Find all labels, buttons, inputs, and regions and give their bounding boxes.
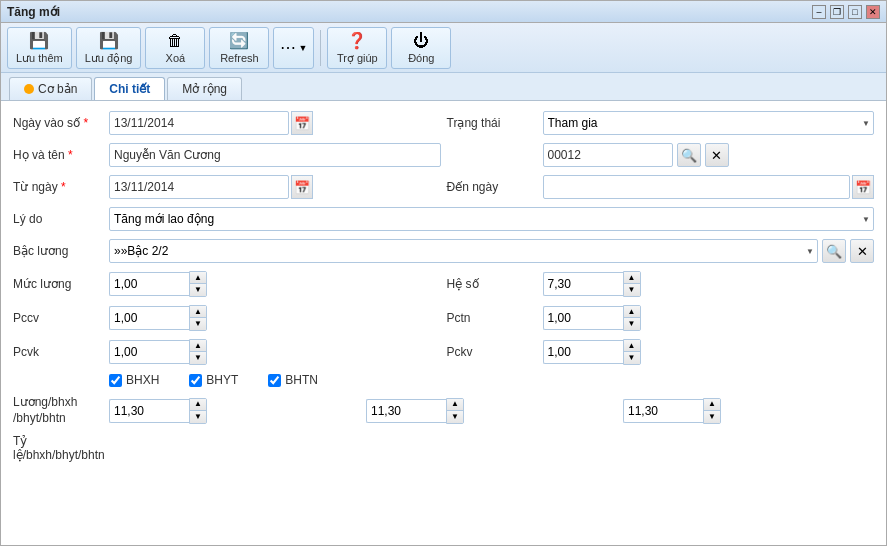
row-luong-bhxh: Lương/bhxh /bhyt/bhtn ▲ ▼ ▲ ▼ ▲ ▼ — [13, 395, 874, 426]
luong-bhxh-up-button[interactable]: ▲ — [190, 399, 206, 411]
pckv-spinner: ▲ ▼ — [543, 339, 875, 365]
luong-bhyt-down-button[interactable]: ▼ — [447, 411, 463, 423]
row-ngay-trang-thai: Ngày vào số * 📅 Trạng thái Tham gia — [13, 111, 874, 135]
muc-luong-label: Mức lương — [13, 277, 103, 291]
pccv-spinner: ▲ ▼ — [109, 305, 441, 331]
he-so-down-button[interactable]: ▼ — [624, 284, 640, 296]
pctn-arrows: ▲ ▼ — [623, 305, 641, 331]
muc-luong-down-button[interactable]: ▼ — [190, 284, 206, 296]
bhyt-checkbox-row: BHYT — [189, 373, 238, 387]
pckv-up-button[interactable]: ▲ — [624, 340, 640, 352]
row-bac-luong: Bậc lương »»Bậc 2/2 🔍 ✕ — [13, 239, 874, 263]
tu-ngay-label: Từ ngày * — [13, 180, 103, 194]
den-ngay-field: 📅 — [543, 175, 875, 199]
ly-do-select-wrapper: Tăng mới lao động — [109, 207, 874, 231]
pckv-input[interactable] — [543, 340, 623, 364]
more-dropdown-icon: ▼ — [298, 43, 307, 53]
pcvk-down-button[interactable]: ▼ — [190, 352, 206, 364]
muc-luong-spinner: ▲ ▼ — [109, 271, 441, 297]
den-ngay-input[interactable] — [543, 175, 851, 199]
ma-nv-row: 🔍 ✕ — [543, 143, 875, 167]
more-icon: ⋯ — [280, 38, 296, 57]
pctn-spinner: ▲ ▼ — [543, 305, 875, 331]
tab-co-ban[interactable]: Cơ bản — [9, 77, 92, 100]
search-nv-button[interactable]: 🔍 — [677, 143, 701, 167]
bhyt-checkbox[interactable] — [189, 374, 202, 387]
tu-ngay-input[interactable] — [109, 175, 289, 199]
he-so-up-button[interactable]: ▲ — [624, 272, 640, 284]
ho-va-ten-label: Họ và tên * — [13, 148, 103, 162]
pccv-input[interactable] — [109, 306, 189, 330]
tro-giup-button[interactable]: ❓ Trợ giúp — [327, 27, 387, 69]
luong-bhtn-up-button[interactable]: ▲ — [704, 399, 720, 411]
pctn-down-button[interactable]: ▼ — [624, 318, 640, 330]
clear-nv-button[interactable]: ✕ — [705, 143, 729, 167]
search-bac-button[interactable]: 🔍 — [822, 239, 846, 263]
luu-them-button[interactable]: 💾 Lưu thêm — [7, 27, 72, 69]
luu-dong-button[interactable]: 💾 Lưu động — [76, 27, 142, 69]
pcvk-input[interactable] — [109, 340, 189, 364]
ly-do-select[interactable]: Tăng mới lao động — [109, 207, 874, 231]
ngay-vao-so-input[interactable] — [109, 111, 289, 135]
help-icon: ❓ — [347, 31, 367, 50]
luong-bhtn-down-button[interactable]: ▼ — [704, 411, 720, 423]
tab-chi-tiet[interactable]: Chi tiết — [94, 77, 165, 100]
pctn-input[interactable] — [543, 306, 623, 330]
pctn-up-button[interactable]: ▲ — [624, 306, 640, 318]
luong-bhyt-input[interactable] — [366, 399, 446, 423]
ngay-vao-so-field: 📅 — [109, 111, 441, 135]
row-ho-ten: Họ và tên * 🔍 ✕ — [13, 143, 874, 167]
he-so-spinner: ▲ ▼ — [543, 271, 875, 297]
save-add-icon: 💾 — [29, 31, 49, 50]
bhyt-label: BHYT — [206, 373, 238, 387]
den-ngay-calendar-button[interactable]: 📅 — [852, 175, 874, 199]
den-ngay-label: Đến ngày — [447, 180, 537, 194]
toolbar: 💾 Lưu thêm 💾 Lưu động 🗑 Xoá 🔄 Refresh ⋯ … — [1, 23, 886, 73]
luong-bhxh-down-button[interactable]: ▼ — [190, 411, 206, 423]
minimize-button[interactable]: – — [812, 5, 826, 19]
more-button[interactable]: ⋯ ▼ — [273, 27, 314, 69]
ngay-vao-so-calendar-button[interactable]: 📅 — [291, 111, 313, 135]
pccv-arrows: ▲ ▼ — [189, 305, 207, 331]
bhxh-checkbox[interactable] — [109, 374, 122, 387]
pccv-down-button[interactable]: ▼ — [190, 318, 206, 330]
row-tu-den-ngay: Từ ngày * 📅 Đến ngày 📅 — [13, 175, 874, 199]
tab-mo-rong[interactable]: Mở rộng — [167, 77, 242, 100]
pccv-up-button[interactable]: ▲ — [190, 306, 206, 318]
bac-luong-select[interactable]: »»Bậc 2/2 — [109, 239, 818, 263]
luong-bhxh-input[interactable] — [109, 399, 189, 423]
maximize-button[interactable]: □ — [848, 5, 862, 19]
he-so-input[interactable] — [543, 272, 623, 296]
close-button[interactable]: ✕ — [866, 5, 880, 19]
bhxh-label: BHXH — [126, 373, 159, 387]
tu-ngay-calendar-button[interactable]: 📅 — [291, 175, 313, 199]
pckv-down-button[interactable]: ▼ — [624, 352, 640, 364]
restore-button[interactable]: ❐ — [830, 5, 844, 19]
pccv-label: Pccv — [13, 311, 103, 325]
ma-nv-input[interactable] — [543, 143, 673, 167]
dong-button[interactable]: ⏻ Đóng — [391, 27, 451, 69]
clear-bac-button[interactable]: ✕ — [850, 239, 874, 263]
bhtn-checkbox[interactable] — [268, 374, 281, 387]
muc-luong-input[interactable] — [109, 272, 189, 296]
pctn-label: Pctn — [447, 311, 537, 325]
luong-bhtn-input[interactable] — [623, 399, 703, 423]
muc-luong-up-button[interactable]: ▲ — [190, 272, 206, 284]
main-window: Tăng mới – ❐ □ ✕ 💾 Lưu thêm 💾 Lưu động 🗑… — [0, 0, 887, 546]
ho-va-ten-input[interactable] — [109, 143, 441, 167]
refresh-label: Refresh — [220, 52, 259, 64]
luong-bhyt-up-button[interactable]: ▲ — [447, 399, 463, 411]
power-icon: ⏻ — [413, 32, 429, 50]
luong-bhxh-spinner: ▲ ▼ — [109, 398, 360, 424]
luong-bhtn-arrows: ▲ ▼ — [703, 398, 721, 424]
luong-bhyt-arrows: ▲ ▼ — [446, 398, 464, 424]
trang-thai-select[interactable]: Tham gia — [543, 111, 875, 135]
pcvk-up-button[interactable]: ▲ — [190, 340, 206, 352]
window-controls: – ❐ □ ✕ — [812, 5, 880, 19]
refresh-button[interactable]: 🔄 Refresh — [209, 27, 269, 69]
xoa-button[interactable]: 🗑 Xoá — [145, 27, 205, 69]
luong-bhxh-arrows: ▲ ▼ — [189, 398, 207, 424]
trang-thai-select-wrapper: Tham gia — [543, 111, 875, 135]
bhxh-checkbox-row: BHXH — [109, 373, 159, 387]
luu-them-label: Lưu thêm — [16, 52, 63, 65]
